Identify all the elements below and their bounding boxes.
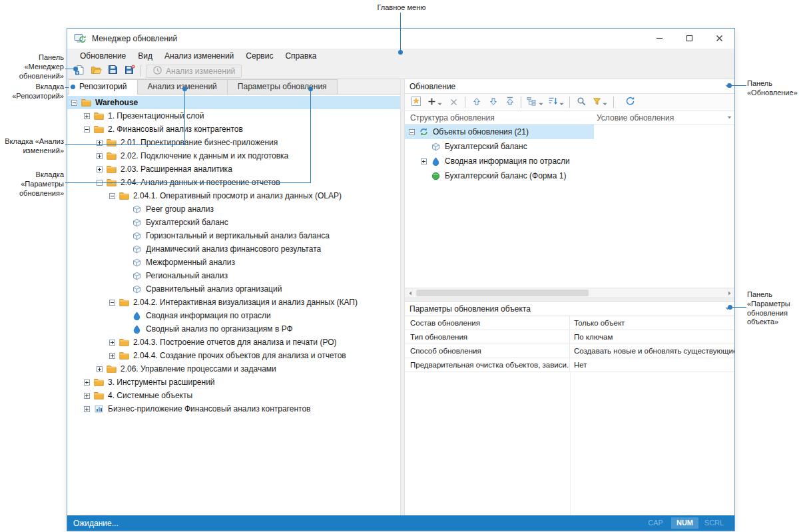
tab-repository[interactable]: Репозиторий: [69, 79, 138, 95]
save-button[interactable]: [105, 64, 121, 79]
menu-item-update[interactable]: Обновление: [74, 49, 132, 63]
tree-item-label: 2.04.3. Построение отчетов для анализа и…: [133, 338, 336, 347]
update-row[interactable]: Объекты обновления (21): [405, 125, 734, 139]
expand-icon[interactable]: [84, 393, 90, 399]
tree-item[interactable]: Сводная информация по отрасли: [67, 309, 400, 322]
tree-item[interactable]: Динамический анализ финансового результа…: [67, 242, 400, 256]
vertical-splitter[interactable]: [400, 79, 405, 515]
sort-button[interactable]: [545, 95, 567, 110]
tree-item[interactable]: 3. Инструменты расширений: [67, 376, 400, 389]
tab-change-analysis[interactable]: Анализ изменений: [137, 79, 228, 94]
param-name: Способ обновления: [405, 344, 570, 358]
tree-item[interactable]: 2.04.3. Построение отчетов для анализа и…: [67, 336, 400, 349]
tree-item[interactable]: Peer group анализ: [67, 202, 400, 216]
folder-icon: [119, 298, 130, 306]
menu-item-change-analysis[interactable]: Анализ изменений: [158, 49, 240, 63]
change-analysis-label: Анализ изменений: [166, 67, 235, 76]
tree-item[interactable]: 2.04.2. Интерактивная визуализация и ана…: [67, 296, 400, 309]
indicator-scrl: SCRL: [700, 517, 728, 529]
refresh-button[interactable]: [622, 95, 639, 110]
column-structure[interactable]: Структура обновления: [405, 113, 594, 123]
param-row[interactable]: Предварительная очистка объектов, зависи…: [405, 358, 734, 372]
update-row[interactable]: Сводная информация по отрасли: [405, 154, 734, 168]
tree-item-label: Сводная информация по отрасли: [146, 311, 271, 320]
app-icon: [74, 33, 87, 44]
tree-item[interactable]: Горизонтальный и вертикальный анализ бал…: [67, 229, 400, 242]
menu-item-service[interactable]: Сервис: [240, 49, 279, 63]
move-top-button[interactable]: [501, 95, 518, 110]
tree-item[interactable]: Warehouse: [67, 96, 400, 109]
column-filter-caret-icon[interactable]: [727, 116, 732, 119]
expand-icon[interactable]: [109, 353, 115, 359]
delete-icon: [450, 97, 457, 109]
expand-icon[interactable]: [421, 158, 427, 164]
tree-item[interactable]: Межформенный анализ: [67, 256, 400, 269]
scrollbar-thumb[interactable]: [416, 290, 589, 296]
expand-icon[interactable]: [97, 153, 103, 159]
expand-icon[interactable]: [84, 113, 90, 119]
move-up-button[interactable]: [468, 95, 485, 110]
move-down-button[interactable]: [485, 95, 501, 110]
collapse-icon[interactable]: [409, 129, 415, 135]
scroll-left-icon[interactable]: [405, 288, 415, 298]
tree-item-label: 2.03. Расширенная аналитика: [121, 164, 232, 174]
collapse-icon[interactable]: [109, 193, 115, 199]
delete-button[interactable]: [445, 95, 462, 110]
grouping-button[interactable]: [524, 95, 545, 110]
folder-icon: [93, 378, 105, 386]
param-row[interactable]: Способ обновленияСоздавать новые и обнов…: [405, 344, 734, 358]
tree-item[interactable]: Сравнительный анализ организаций: [67, 282, 400, 296]
expand-icon[interactable]: [109, 340, 115, 346]
search-button[interactable]: [573, 95, 589, 110]
object-params-header: Параметры обновления объекта: [405, 302, 734, 316]
scrollbar-track[interactable]: [415, 288, 724, 298]
tree-item[interactable]: 2.06. Управление процессами и задачами: [67, 362, 400, 376]
tree-item[interactable]: 2.04.4. Создание прочих объектов для ана…: [67, 349, 400, 362]
scroll-right-icon[interactable]: [724, 288, 734, 298]
save-repository-button[interactable]: [121, 64, 138, 79]
tree-item[interactable]: Сводный анализ по организациям в РФ: [67, 322, 400, 336]
expand-icon[interactable]: [97, 166, 103, 172]
tab-update-params[interactable]: Параметры обновления: [227, 79, 338, 94]
tree-item[interactable]: 2.04.1. Оперативный просмотр и анализ да…: [67, 189, 400, 202]
collapse-icon[interactable]: [71, 100, 77, 106]
folder-icon: [93, 112, 105, 120]
folder-icon: [93, 125, 105, 133]
cube-icon: [131, 285, 142, 294]
param-row[interactable]: Состав обновленияТолько объект: [405, 316, 734, 330]
expand-icon[interactable]: [84, 380, 90, 386]
tree-item-label: Сравнительный анализ организаций: [146, 284, 282, 294]
callout-repository-tab: Вкладка «Репозиторий»: [1, 83, 64, 101]
tree-item[interactable]: 1. Презентационный слой: [67, 109, 400, 123]
menu-item-view[interactable]: Вид: [132, 49, 158, 63]
update-row[interactable]: Бухгалтерский баланс: [405, 139, 734, 154]
open-button[interactable]: [88, 64, 105, 79]
collapse-icon[interactable]: [109, 300, 115, 306]
tree-item[interactable]: 4. Системные объекты: [67, 389, 400, 402]
update-row[interactable]: Бухгалтерский баланс (Форма 1): [405, 168, 734, 183]
filter-button[interactable]: [589, 95, 611, 110]
callout-dot: [728, 305, 732, 310]
tree-item[interactable]: 2.03. Расширенная аналитика: [67, 162, 400, 176]
menu-item-help[interactable]: Справка: [279, 49, 322, 63]
change-analysis-button[interactable]: Анализ изменений: [146, 65, 242, 78]
param-row[interactable]: Тип обновленияПо ключам: [405, 330, 734, 344]
tree-item[interactable]: 2.02. Подключение к данным и их подготов…: [67, 149, 400, 162]
minimize-button[interactable]: [645, 29, 674, 49]
create-object-button[interactable]: [407, 95, 424, 110]
tree-item[interactable]: Бухгалтерский баланс: [67, 216, 400, 229]
expand-icon[interactable]: [97, 366, 103, 372]
column-condition[interactable]: Условие обновления: [594, 113, 727, 123]
tree-item[interactable]: Бизнес-приложение Финансовый анализ конт…: [67, 402, 400, 415]
close-button[interactable]: [704, 29, 734, 49]
maximize-button[interactable]: [674, 29, 704, 49]
expand-icon[interactable]: [84, 406, 90, 412]
update-structure-cell: Сводная информация по отрасли: [405, 154, 594, 168]
tree-item[interactable]: 2. Финансовый анализ контрагентов: [67, 123, 400, 136]
horizontal-scrollbar[interactable]: [405, 288, 734, 298]
collapse-icon[interactable]: [84, 127, 90, 133]
tree-item[interactable]: Региональный анализ: [67, 269, 400, 282]
add-button[interactable]: [424, 95, 445, 110]
tree-item[interactable]: 2.01. Проектирование бизнес-приложения: [67, 136, 400, 149]
callout-dot: [398, 50, 403, 55]
